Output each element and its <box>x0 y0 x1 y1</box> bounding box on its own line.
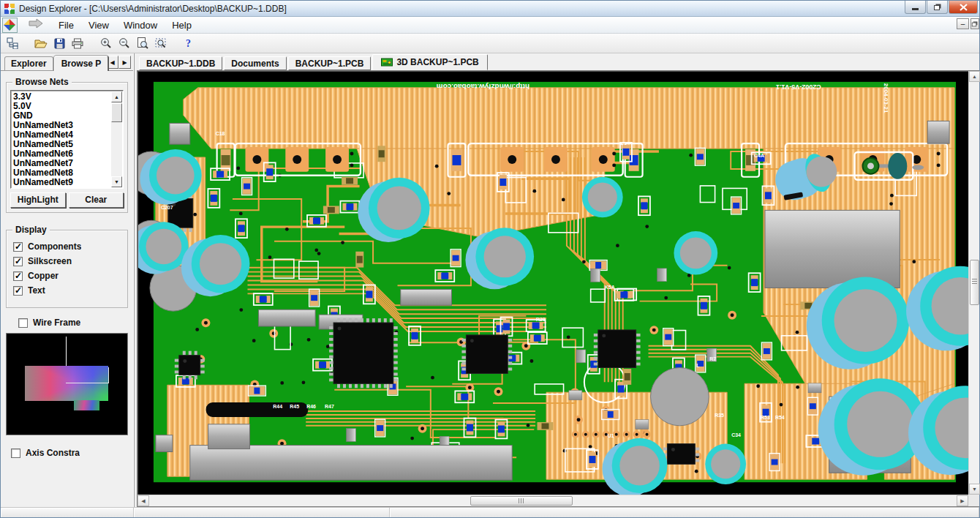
restore-icon <box>934 5 940 10</box>
svg-text:http://wndzfyw.taobao.com: http://wndzfyw.taobao.com <box>437 83 529 91</box>
status-cell-left <box>1 508 134 517</box>
status-cell-mid <box>134 508 390 517</box>
svg-text:R53: R53 <box>761 415 770 420</box>
scroll-down-icon[interactable]: ▼ <box>111 176 122 187</box>
open-icon[interactable] <box>32 35 50 52</box>
document-tab-documents[interactable]: Documents <box>224 56 286 70</box>
minimize-button[interactable] <box>905 1 926 14</box>
silkscreen-checkbox[interactable] <box>13 257 23 266</box>
menu-item-view[interactable]: View <box>81 18 116 32</box>
panel-tab-browse-p[interactable]: Browse P <box>54 56 109 71</box>
mdi-minimize-button[interactable]: – <box>957 18 969 29</box>
net-item[interactable]: UnNamedNet10 <box>13 187 111 189</box>
nets-scrollbar[interactable]: ▲ ▼ <box>111 91 122 187</box>
menu-item-help[interactable]: Help <box>165 18 199 32</box>
design-tree-icon[interactable] <box>4 35 21 52</box>
scroll-down-icon[interactable]: ▼ <box>969 484 980 495</box>
svg-text:R46: R46 <box>306 404 316 409</box>
svg-text:C2002-V5-V1.1: C2002-V5-V1.1 <box>776 83 821 91</box>
svg-text:R35: R35 <box>715 413 724 418</box>
svg-text:C4A: C4A <box>754 153 764 158</box>
nets-scroll-thumb[interactable] <box>111 103 122 122</box>
axis-line-h <box>66 383 108 383</box>
scroll-right-icon[interactable]: ▶ <box>957 495 968 506</box>
close-icon <box>960 4 968 11</box>
status-bar <box>1 507 979 517</box>
v-scroll-thumb[interactable] <box>970 260 979 305</box>
svg-text:R7: R7 <box>709 356 716 361</box>
scrollbar-corner <box>968 495 979 506</box>
copper-checkbox[interactable] <box>13 271 23 281</box>
restore-button[interactable] <box>927 1 948 14</box>
menu-item-window[interactable]: Window <box>116 18 165 32</box>
document-tabs: BACKUP~1.DDBDocumentsBACKUP~1.PCB3D BACK… <box>137 53 979 70</box>
display-option-components[interactable]: Components <box>13 241 122 252</box>
design-explorer-window: Design Explorer - [C:\Users\Administrato… <box>0 0 980 518</box>
svg-text:K5A: K5A <box>605 285 615 290</box>
title-bar[interactable]: Design Explorer - [C:\Users\Administrato… <box>1 1 979 17</box>
status-cell-right <box>390 508 979 517</box>
app-icon <box>4 3 15 15</box>
scroll-up-icon[interactable]: ▲ <box>969 71 980 82</box>
h-scroll-thumb[interactable] <box>470 496 573 506</box>
display-title: Display <box>12 225 50 235</box>
vertical-scrollbar[interactable]: ▲ ▼ <box>968 71 979 495</box>
browse-nets-group: Browse Nets 3.3V5.0VGNDUnNamedNet3UnName… <box>6 82 128 213</box>
text-checkbox[interactable] <box>13 286 23 296</box>
svg-text:C18: C18 <box>216 131 225 136</box>
scroll-left-icon[interactable]: ◀ <box>137 495 149 506</box>
document-tab-3d-backup-1-pcb[interactable]: 3D BACKUP~1.PCB <box>372 54 487 70</box>
browse-nets-title: Browse Nets <box>12 77 72 87</box>
svg-text:?: ? <box>186 38 191 49</box>
svg-text:U1: U1 <box>608 433 614 438</box>
pcb-3d-canvas[interactable]: http://wndzfyw.taobao.comC2002-V5-V1.120… <box>138 72 968 495</box>
svg-text:2004-03-21: 2004-03-21 <box>883 83 889 113</box>
wire-frame-checkbox[interactable] <box>18 318 28 328</box>
svg-text:C207: C207 <box>161 205 173 210</box>
zoom-in-icon[interactable] <box>97 35 115 52</box>
svg-text:R45: R45 <box>290 404 299 409</box>
close-button[interactable] <box>949 1 978 14</box>
save-icon[interactable] <box>50 35 68 52</box>
axis-constraint-option[interactable]: Axis Constra <box>11 448 132 458</box>
display-group: Display ComponentsSilkscreenCopperText <box>6 230 128 308</box>
panel-tabs: ExplorerBrowse P ◀ ▶ <box>1 53 133 71</box>
menu-item-file[interactable]: File <box>51 18 81 32</box>
left-panel: ExplorerBrowse P ◀ ▶ Browse Nets 3.3V5.0… <box>1 53 134 507</box>
axis-line-v <box>108 367 109 383</box>
toolbar: ? <box>1 34 979 53</box>
svg-text:R54: R54 <box>775 415 785 420</box>
panel-tab-explorer[interactable]: Explorer <box>4 56 53 70</box>
svg-text:L: L <box>696 364 700 369</box>
app-menu-icon[interactable] <box>2 18 18 33</box>
board-preview-small <box>74 400 99 410</box>
wire-frame-option[interactable]: Wire Frame <box>18 318 132 328</box>
document-tab-backup-1-ddb[interactable]: BACKUP~1.DDB <box>139 56 222 70</box>
highlight-button[interactable]: HighLight <box>10 192 66 208</box>
document-drop-arrow-icon[interactable] <box>28 18 44 31</box>
zoom-area-icon[interactable] <box>152 35 170 52</box>
zoom-out-icon[interactable] <box>116 35 133 52</box>
display-option-silkscreen[interactable]: Silkscreen <box>13 256 122 266</box>
panel-tab-scroll-right[interactable]: ▶ <box>118 56 131 69</box>
display-option-text[interactable]: Text <box>13 285 122 296</box>
svg-text:R44: R44 <box>273 404 282 409</box>
clear-button[interactable]: Clear <box>69 192 124 208</box>
svg-text:R47: R47 <box>325 404 334 409</box>
mdi-restore-button[interactable] <box>970 18 979 29</box>
svg-text:C34: C34 <box>731 432 741 438</box>
document-tab-backup-1-pcb[interactable]: BACKUP~1.PCB <box>288 56 372 70</box>
pcb-3d-viewport: http://wndzfyw.taobao.comC2002-V5-V1.120… <box>137 70 979 507</box>
nets-listbox[interactable]: 3.3V5.0VGNDUnNamedNet3UnNamedNet4UnNamed… <box>10 90 124 189</box>
print-icon[interactable] <box>69 35 86 52</box>
menu-bar: FileViewWindowHelp – <box>1 17 979 34</box>
display-option-copper[interactable]: Copper <box>13 271 122 281</box>
pcb-3d-tab-icon <box>381 58 393 67</box>
components-checkbox[interactable] <box>13 242 23 252</box>
zoom-document-icon[interactable] <box>134 35 151 52</box>
axis-constraint-checkbox[interactable] <box>11 448 20 458</box>
help-icon[interactable]: ? <box>181 35 198 52</box>
scroll-up-icon[interactable]: ▲ <box>111 91 122 102</box>
horizontal-scrollbar[interactable]: ◀ ▶ <box>137 495 968 506</box>
orientation-preview[interactable] <box>6 333 128 435</box>
